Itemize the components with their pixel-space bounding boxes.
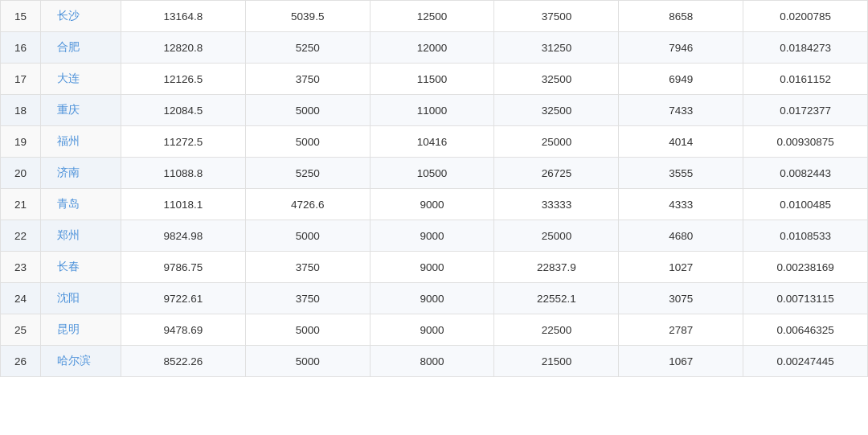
col6-cell: 0.00247445 — [743, 346, 868, 377]
col4-cell: 37500 — [494, 1, 619, 32]
col1-cell: 12084.5 — [121, 95, 246, 126]
col1-cell: 12126.5 — [121, 64, 246, 95]
table-row: 22 郑州 9824.98 5000 9000 25000 4680 0.010… — [1, 220, 868, 252]
col4-cell: 31250 — [494, 32, 619, 64]
table-row: 17 大连 12126.5 3750 11500 32500 6949 0.01… — [1, 64, 868, 95]
col6-cell: 0.0108533 — [743, 220, 868, 252]
col4-cell: 22500 — [494, 314, 619, 346]
rank-cell: 17 — [1, 64, 41, 95]
col2-cell: 3750 — [245, 64, 370, 95]
rank-cell: 19 — [1, 126, 41, 158]
col1-cell: 11272.5 — [121, 126, 246, 158]
col3-cell: 8000 — [370, 346, 494, 377]
col3-cell: 9000 — [370, 314, 494, 346]
col6-cell: 0.0082443 — [743, 158, 868, 189]
table-row: 20 济南 11088.8 5250 10500 26725 3555 0.00… — [1, 158, 868, 189]
col4-cell: 33333 — [494, 189, 619, 220]
col4-cell: 21500 — [494, 346, 619, 377]
col2-cell: 3750 — [245, 252, 370, 283]
table-row: 19 福州 11272.5 5000 10416 25000 4014 0.00… — [1, 126, 868, 158]
table-row: 18 重庆 12084.5 5000 11000 32500 7433 0.01… — [1, 95, 868, 126]
col4-cell: 25000 — [494, 220, 619, 252]
table-row: 26 哈尔滨 8522.26 5000 8000 21500 1067 0.00… — [1, 346, 868, 377]
col2-cell: 5000 — [245, 220, 370, 252]
city-cell: 哈尔滨 — [41, 346, 121, 377]
city-cell: 沈阳 — [41, 283, 121, 314]
col4-cell: 32500 — [494, 95, 619, 126]
col6-cell: 0.00646325 — [743, 314, 868, 346]
table-row: 15 长沙 13164.8 5039.5 12500 37500 8658 0.… — [1, 1, 868, 32]
col3-cell: 9000 — [370, 252, 494, 283]
col6-cell: 0.0172377 — [743, 95, 868, 126]
col3-cell: 11500 — [370, 64, 494, 95]
col4-cell: 32500 — [494, 64, 619, 95]
data-table: 15 长沙 13164.8 5039.5 12500 37500 8658 0.… — [0, 0, 868, 377]
col1-cell: 9824.98 — [121, 220, 246, 252]
col1-cell: 9478.69 — [121, 314, 246, 346]
col5-cell: 4014 — [619, 126, 743, 158]
col6-cell: 0.00238169 — [743, 252, 868, 283]
city-cell: 长春 — [41, 252, 121, 283]
city-cell: 郑州 — [41, 220, 121, 252]
col3-cell: 11000 — [370, 95, 494, 126]
col3-cell: 10416 — [370, 126, 494, 158]
col2-cell: 5000 — [245, 126, 370, 158]
col3-cell: 12000 — [370, 32, 494, 64]
rank-cell: 24 — [1, 283, 41, 314]
col5-cell: 6949 — [619, 64, 743, 95]
col6-cell: 0.0100485 — [743, 189, 868, 220]
col5-cell: 8658 — [619, 1, 743, 32]
col4-cell: 25000 — [494, 126, 619, 158]
col1-cell: 9722.61 — [121, 283, 246, 314]
col2-cell: 5250 — [245, 158, 370, 189]
col3-cell: 9000 — [370, 220, 494, 252]
col1-cell: 11018.1 — [121, 189, 246, 220]
city-cell: 大连 — [41, 64, 121, 95]
col5-cell: 1067 — [619, 346, 743, 377]
col2-cell: 5000 — [245, 346, 370, 377]
col5-cell: 3075 — [619, 283, 743, 314]
col2-cell: 5000 — [245, 95, 370, 126]
rank-cell: 26 — [1, 346, 41, 377]
col1-cell: 11088.8 — [121, 158, 246, 189]
table-row: 16 合肥 12820.8 5250 12000 31250 7946 0.01… — [1, 32, 868, 64]
col2-cell: 4726.6 — [245, 189, 370, 220]
rank-cell: 25 — [1, 314, 41, 346]
city-cell: 济南 — [41, 158, 121, 189]
col2-cell: 5250 — [245, 32, 370, 64]
col4-cell: 22552.1 — [494, 283, 619, 314]
col5-cell: 4333 — [619, 189, 743, 220]
col2-cell: 5000 — [245, 314, 370, 346]
col2-cell: 3750 — [245, 283, 370, 314]
table-row: 21 青岛 11018.1 4726.6 9000 33333 4333 0.0… — [1, 189, 868, 220]
col5-cell: 3555 — [619, 158, 743, 189]
col6-cell: 0.0161152 — [743, 64, 868, 95]
col3-cell: 10500 — [370, 158, 494, 189]
rank-cell: 16 — [1, 32, 41, 64]
col6-cell: 0.00713115 — [743, 283, 868, 314]
table-row: 24 沈阳 9722.61 3750 9000 22552.1 3075 0.0… — [1, 283, 868, 314]
table-row: 25 昆明 9478.69 5000 9000 22500 2787 0.006… — [1, 314, 868, 346]
col1-cell: 12820.8 — [121, 32, 246, 64]
col1-cell: 9786.75 — [121, 252, 246, 283]
col4-cell: 22837.9 — [494, 252, 619, 283]
city-cell: 长沙 — [41, 1, 121, 32]
col5-cell: 7433 — [619, 95, 743, 126]
col6-cell: 0.00930875 — [743, 126, 868, 158]
col3-cell: 12500 — [370, 1, 494, 32]
col5-cell: 2787 — [619, 314, 743, 346]
city-cell: 福州 — [41, 126, 121, 158]
col3-cell: 9000 — [370, 283, 494, 314]
col5-cell: 4680 — [619, 220, 743, 252]
rank-cell: 18 — [1, 95, 41, 126]
col3-cell: 9000 — [370, 189, 494, 220]
city-cell: 青岛 — [41, 189, 121, 220]
col1-cell: 8522.26 — [121, 346, 246, 377]
rank-cell: 15 — [1, 1, 41, 32]
col6-cell: 0.0184273 — [743, 32, 868, 64]
rank-cell: 22 — [1, 220, 41, 252]
col5-cell: 7946 — [619, 32, 743, 64]
table-row: 23 长春 9786.75 3750 9000 22837.9 1027 0.0… — [1, 252, 868, 283]
col2-cell: 5039.5 — [245, 1, 370, 32]
rank-cell: 21 — [1, 189, 41, 220]
